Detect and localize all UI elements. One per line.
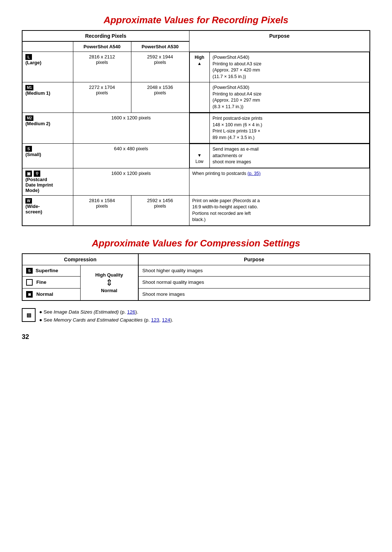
col-label [22,41,73,52]
page-title-compression: Approximate Values for Compression Setti… [22,238,370,249]
small-icon: S [25,146,32,152]
superfine-text: Superfine [36,268,58,273]
table-row: L (Large) 2816 x 2112pixels 2592 x 1944p… [22,52,370,82]
postcard-icon1: ▣ [25,171,32,177]
postcard-pixels: 1600 x 1200 pixels [73,168,189,195]
medium1-label: M1 (Medium 1) [22,82,73,113]
note1-end: ). [135,309,138,315]
note1-suffix: (p. [119,309,127,315]
medium2-icon: M2 [25,115,33,121]
note2-end: ). [170,317,173,323]
large-a540-pixels: 2816 x 2112pixels [73,52,131,82]
table-row: M2 (Medium 2) 1600 x 1200 pixels Print p… [22,113,370,144]
table-row: S (Small) 640 x 480 pixels ▼Low Send ima… [22,144,370,168]
fine-label: Fine [22,276,80,288]
footer-icon: ▤ [22,308,36,322]
powershot-a530-header: PowerShot A530 [131,41,189,52]
compression-purpose-header: Purpose [138,254,370,265]
normal-icon: ▣ [26,291,33,298]
widescreen-purpose: Print on wide paper (Records at a16:9 wi… [189,195,370,226]
superfine-purpose: Shoot higher quality images [138,265,370,276]
note2-prefix: ● See [39,317,54,323]
table-row: ▣ Normal Shoot more images [22,288,370,300]
fine-text: Fine [36,279,46,285]
recording-pixels-header: Recording Pixels [22,30,189,41]
footer-note: ▤ ● See Image Data Sizes (Estimated) (p.… [22,308,370,325]
widescreen-label: W (Wide-screen) [22,195,73,226]
page-title-recording: Approximate Values for Recording Pixels [22,15,370,26]
large-icon: L [25,54,32,60]
normal-purpose: Shoot more images [138,288,370,300]
large-label: L (Large) [22,52,73,82]
normal-label: ▣ Normal [22,288,80,300]
note1-italic: Image Data Sizes (Estimated) [54,309,119,315]
compression-settings-table: Compression Purpose S Superfine High Qua… [22,253,370,301]
table-row: S Superfine High Quality ⇕ Normal Shoot … [22,265,370,276]
superfine-icon: S [26,268,33,274]
note1-prefix: ● See [39,309,54,315]
page-number: 32 [22,333,370,341]
recording-pixels-table: Recording Pixels Purpose PowerShot A540 … [22,30,370,226]
note1-link[interactable]: 126 [127,309,135,315]
purpose-header: Purpose [189,30,370,52]
table-row: W (Wide-screen) 2816 x 1584pixels 2592 x… [22,195,370,226]
medium1-icon: M1 [25,85,33,90]
medium1-a530-pixels: 2048 x 1536pixels [131,82,189,113]
widescreen-a530-pixels: 2592 x 1456pixels [131,195,189,226]
large-purpose: High▲ (PowerShot A540)Printing to about … [189,52,370,113]
normal-text: Normal [36,291,53,297]
small-purpose: ▼Low Send images as e-mailattachments or… [189,144,370,168]
note2-link1[interactable]: 123 [151,317,159,323]
medium2-label: M2 (Medium 2) [22,113,73,144]
quality-arrow-cell: High Quality ⇕ Normal [80,265,138,300]
widescreen-icon: W [25,198,32,204]
postcard-purpose: When printing to postcards (p. 35) [189,168,370,195]
postcard-icon2: ⚲ [34,171,40,177]
postcard-label: ▣ ⚲ (PostcardDate ImprintMode) [22,168,73,195]
powershot-a540-header: PowerShot A540 [73,41,131,52]
fine-purpose: Shoot normal quality images [138,276,370,288]
note2-italic: Memory Cards and Estimated Capacities [54,317,143,323]
small-label: S (Small) [22,144,73,168]
widescreen-a540-pixels: 2816 x 1584pixels [73,195,131,226]
medium2-purpose: Print postcard-size prints148 × 100 mm (… [189,113,370,144]
postcard-link[interactable]: (p. 35) [248,171,261,176]
medium2-pixels: 1600 x 1200 pixels [73,113,189,144]
compression-header: Compression [22,254,138,265]
small-pixels: 640 x 480 pixels [73,144,189,168]
fine-icon [26,279,33,286]
large-a530-pixels: 2592 x 1944pixels [131,52,189,82]
superfine-label: S Superfine [22,265,80,276]
medium1-a540-pixels: 2272 x 1704pixels [73,82,131,113]
table-row: Fine Shoot normal quality images [22,276,370,288]
note2-suffix: (p. [143,317,151,323]
table-row: ▣ ⚲ (PostcardDate ImprintMode) 1600 x 12… [22,168,370,195]
note2-link2[interactable]: 124 [162,317,170,323]
footer-text: ● See Image Data Sizes (Estimated) (p. 1… [39,308,173,325]
